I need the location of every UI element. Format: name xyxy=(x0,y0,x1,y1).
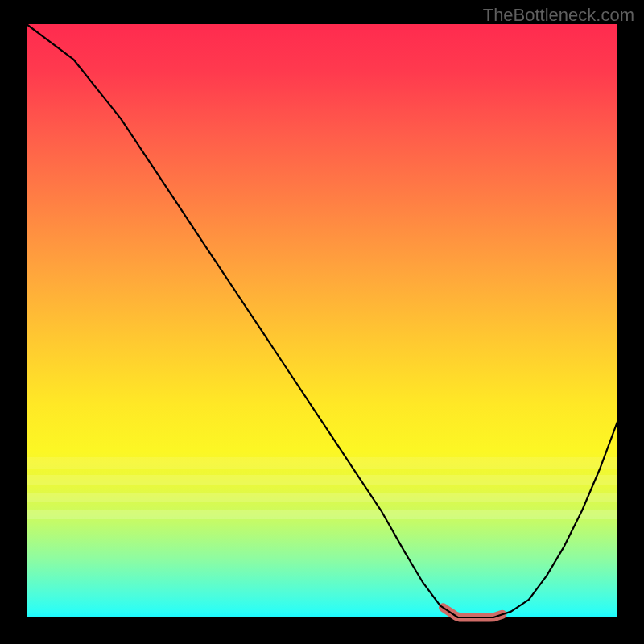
watermark-text: TheBottleneck.com xyxy=(483,5,634,26)
chart-svg xyxy=(27,24,617,617)
chart-plot-area xyxy=(27,24,617,617)
bottleneck-curve-line xyxy=(27,24,617,617)
